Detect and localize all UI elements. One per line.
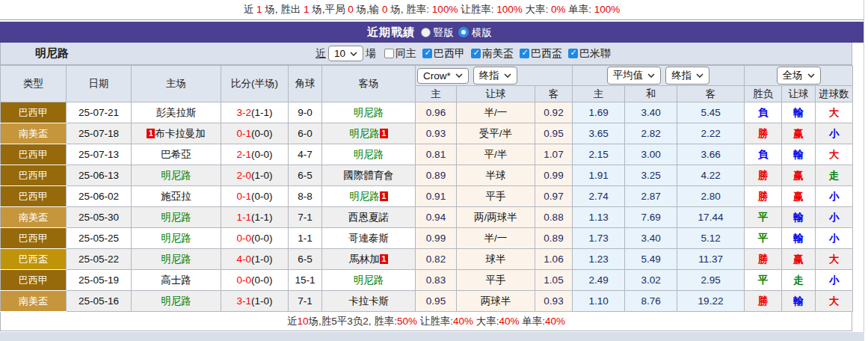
checkbox-label[interactable]: 南美盃 (482, 47, 514, 59)
handicap-home-odds-cell: 0.96 (416, 102, 457, 123)
away-team-name[interactable]: 卡拉卡斯 (348, 295, 389, 307)
chevron-down-icon (350, 52, 357, 56)
away-team-name[interactable]: 明尼路 (354, 274, 384, 286)
home-team-cell[interactable]: 1布卡拉曼加 (132, 123, 221, 144)
sub-col-header: 胜负 (745, 86, 782, 102)
score-cell: 0-1(0-0) (221, 186, 289, 207)
europe-draw-odds-cell: 2.82 (625, 123, 677, 144)
away-team-cell[interactable]: 哥連泰斯 (322, 228, 416, 249)
europe-home-odds-cell: 3.65 (573, 123, 625, 144)
home-team-name[interactable]: 明尼路 (161, 212, 191, 223)
match-count-select[interactable]: 10 (328, 46, 363, 61)
odds-source-select[interactable]: 终指 (665, 67, 710, 85)
away-team-name[interactable]: 明尼路 (354, 149, 384, 160)
handicap-away-odds-cell: 0.92 (535, 102, 573, 123)
home-team-cell[interactable]: 明尼路 (132, 228, 221, 249)
stat-label: 近 (244, 4, 256, 15)
home-team-cell[interactable]: 明尼路 (132, 165, 221, 186)
home-team-name[interactable]: 明尼路 (161, 295, 191, 307)
league-cell: 巴西甲 (1, 270, 67, 291)
home-team-name[interactable]: 彭美拉斯 (156, 107, 197, 118)
corner-cell: 15-1 (289, 270, 322, 291)
away-team-name[interactable]: 馬林加 (349, 254, 380, 265)
home-team-cell[interactable]: 彭美拉斯 (132, 102, 221, 123)
checkbox-label[interactable]: 巴西盃 (531, 47, 562, 59)
home-team-name[interactable]: 明尼路 (161, 254, 191, 265)
stat-value: 10 (297, 316, 308, 327)
score-cell: 2-1(0-0) (221, 144, 289, 165)
home-team-name[interactable]: 施亞拉 (161, 191, 191, 202)
away-team-cell[interactable]: 國際體育會 (322, 165, 416, 186)
match-row: 南美盃25-07-181布卡拉曼加0-1(0-0)6-0明尼路10.93受平/半… (1, 123, 853, 144)
europe-home-odds-cell: 1.13 (573, 207, 625, 228)
away-team-cell[interactable]: 明尼路1 (322, 186, 416, 207)
home-team-name[interactable]: 高士路 (161, 274, 191, 286)
away-team-name[interactable]: 西恩夏諾 (348, 212, 389, 223)
match-row: 巴西甲25-06-13明尼路2-0(1-0)6-5國際體育會0.89半球0.99… (1, 165, 853, 186)
result-verdict-cell: 平 (745, 207, 782, 228)
checkbox-checked[interactable] (422, 49, 432, 58)
checkbox-checked[interactable] (520, 49, 529, 58)
away-team-cell[interactable]: 卡拉卡斯 (322, 291, 416, 312)
home-team-cell[interactable]: 明尼路 (132, 291, 221, 312)
red-card-badge: 1 (380, 129, 388, 138)
halftime-score: (0-0) (251, 149, 273, 160)
match-row: 巴西甲25-05-25明尼路0-0(0-0)1-1哥連泰斯0.99半/一0.89… (1, 228, 853, 249)
near-link[interactable]: 近 (316, 47, 326, 61)
away-team-cell[interactable]: 明尼路 (322, 270, 416, 291)
away-team-cell[interactable]: 明尼路 (322, 144, 416, 165)
europe-away-odds-cell: 19.22 (677, 291, 745, 312)
goals-verdict-cell: 大 (816, 291, 853, 312)
away-team-name[interactable]: 哥連泰斯 (348, 233, 389, 244)
checkbox-label[interactable]: 巴西甲 (434, 47, 465, 59)
away-team-name[interactable]: 國際體育會 (343, 170, 394, 181)
odds-source-select[interactable]: 平均值 (607, 67, 662, 85)
away-team-name[interactable]: 明尼路 (354, 107, 384, 118)
col-header-date: 日期 (67, 66, 132, 102)
home-team-cell[interactable]: 施亞拉 (132, 186, 221, 207)
summary-bottom-bar: 近10场,胜5平3负2, 胜率:50% 让胜率:40% 大率:40% 单率:40… (0, 312, 852, 331)
stat-label: 场, 胜率: (388, 4, 432, 15)
checkbox-label[interactable]: 巴米聯 (579, 47, 611, 59)
checkbox-label[interactable]: 同主 (395, 47, 416, 59)
handicap-away-odds-cell: 0.99 (535, 165, 573, 186)
home-team-cell[interactable]: 高士路 (132, 270, 221, 291)
odds-source-select[interactable]: 终指 (473, 67, 517, 85)
odds-source-select[interactable]: Crow* (417, 68, 469, 84)
result-verdict-cell: 勝 (745, 249, 782, 270)
checkbox-checked[interactable] (568, 49, 578, 58)
away-team-cell[interactable]: 明尼路 (322, 102, 416, 123)
sub-col-header: 主 (416, 86, 457, 102)
date-cell: 25-05-16 (67, 291, 132, 312)
odds-source-select[interactable]: 全场 (777, 67, 821, 85)
home-team-name[interactable]: 明尼路 (161, 170, 191, 181)
away-team-name[interactable]: 明尼路 (349, 128, 380, 139)
radio-label[interactable]: 豎版 (434, 27, 454, 38)
radio-unselected[interactable] (421, 28, 431, 37)
home-team-name[interactable]: 布卡拉曼加 (155, 128, 206, 139)
home-team-name[interactable]: 明尼路 (161, 233, 191, 244)
checkbox-unchecked[interactable] (384, 49, 394, 58)
match-row: 巴西甲25-05-19高士路0-0(0-0)15-1明尼路0.83平手1.052… (1, 270, 853, 291)
home-team-cell[interactable]: 明尼路 (132, 249, 221, 270)
away-team-cell[interactable]: 馬林加1 (322, 249, 416, 270)
fulltime-score: 0-0 (236, 274, 251, 286)
away-team-cell[interactable]: 西恩夏諾 (322, 207, 416, 228)
match-row: 巴西甲25-07-13巴希亞2-1(0-0)4-7明尼路0.81平/半1.072… (1, 144, 853, 165)
result-verdict-cell: 負 (745, 102, 782, 123)
away-team-name[interactable]: 明尼路 (349, 191, 380, 202)
home-team-cell[interactable]: 巴希亞 (132, 144, 221, 165)
radio-label[interactable]: 横版 (472, 27, 492, 38)
home-team-cell[interactable]: 明尼路 (132, 207, 221, 228)
checkbox-checked[interactable] (471, 49, 481, 58)
handicap-verdict-cell: 赢 (782, 165, 816, 186)
goals-verdict-cell: 大 (816, 102, 853, 123)
radio-selected[interactable] (458, 27, 469, 37)
home-team-name[interactable]: 巴希亞 (161, 149, 191, 160)
stat-label: 场,输 (354, 4, 382, 15)
handicap-home-odds-cell: 0.91 (416, 186, 457, 207)
away-team-cell[interactable]: 明尼路1 (322, 123, 416, 144)
league-cell: 南美盃 (1, 207, 67, 228)
fulltime-score: 2-0 (236, 170, 251, 181)
europe-draw-odds-cell: 3.25 (625, 165, 677, 186)
